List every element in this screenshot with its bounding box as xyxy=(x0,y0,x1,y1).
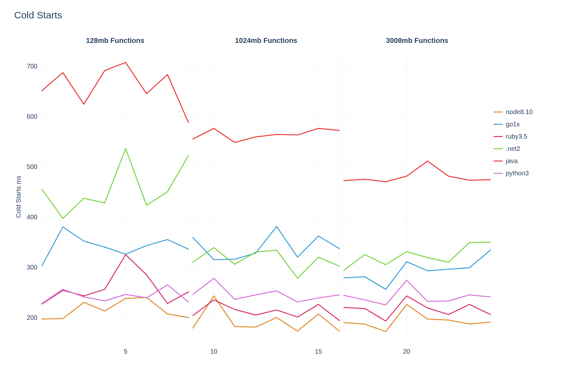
legend-label: java xyxy=(506,155,518,167)
svg-text:500: 500 xyxy=(27,163,37,170)
legend-swatch xyxy=(494,124,503,125)
svg-text:400: 400 xyxy=(27,213,37,220)
series-line-python3 xyxy=(344,280,490,305)
legend-label: go1x xyxy=(506,118,520,130)
legend-item[interactable]: ruby3.5 xyxy=(494,130,533,142)
line-chart: 2003004005006007005101520128mb Functions… xyxy=(13,28,494,370)
series-line-go1x xyxy=(193,227,339,260)
panel-title: 128mb Functions xyxy=(86,36,145,44)
series-line-ruby35 xyxy=(344,296,490,321)
chart-legend: node8.10go1xruby3.5.net2javapython3 xyxy=(494,28,533,179)
legend-item[interactable]: python3 xyxy=(494,167,533,179)
panel-title: 3008mb Functions xyxy=(386,36,448,44)
legend-item[interactable]: node8.10 xyxy=(494,106,533,118)
legend-label: .net2 xyxy=(506,142,520,155)
legend-label: python3 xyxy=(506,167,529,179)
series-line-python3 xyxy=(42,285,188,304)
legend-swatch xyxy=(494,173,503,174)
legend-swatch xyxy=(494,161,503,162)
legend-label: ruby3.5 xyxy=(506,130,527,142)
series-line-go1x xyxy=(42,227,188,266)
legend-item[interactable]: java xyxy=(494,155,533,167)
legend-item[interactable]: go1x xyxy=(494,118,533,130)
series-line-node810 xyxy=(344,304,490,331)
svg-text:10: 10 xyxy=(210,348,217,355)
legend-swatch xyxy=(494,136,503,137)
chart-title: Cold Starts xyxy=(14,10,558,21)
series-line-java xyxy=(344,161,490,182)
svg-text:600: 600 xyxy=(27,113,37,120)
legend-label: node8.10 xyxy=(506,106,533,118)
series-line-net2 xyxy=(193,248,339,278)
svg-text:700: 700 xyxy=(27,63,37,70)
series-line-node810 xyxy=(193,296,339,331)
svg-text:300: 300 xyxy=(27,264,37,271)
y-axis-label: Cold Starts ms xyxy=(15,176,22,218)
legend-item[interactable]: .net2 xyxy=(494,142,533,155)
svg-text:20: 20 xyxy=(403,348,410,355)
series-line-net2 xyxy=(42,149,188,219)
svg-text:15: 15 xyxy=(315,348,322,355)
series-line-java xyxy=(193,128,339,142)
legend-swatch xyxy=(494,148,503,149)
series-line-node810 xyxy=(42,298,188,319)
series-line-go1x xyxy=(344,250,490,289)
series-line-python3 xyxy=(193,278,339,302)
svg-text:200: 200 xyxy=(27,314,37,321)
panel-title: 1024mb Functions xyxy=(235,36,297,44)
legend-swatch xyxy=(494,112,503,113)
svg-text:5: 5 xyxy=(124,348,127,355)
series-line-java xyxy=(42,63,188,122)
series-line-ruby35 xyxy=(42,255,188,304)
